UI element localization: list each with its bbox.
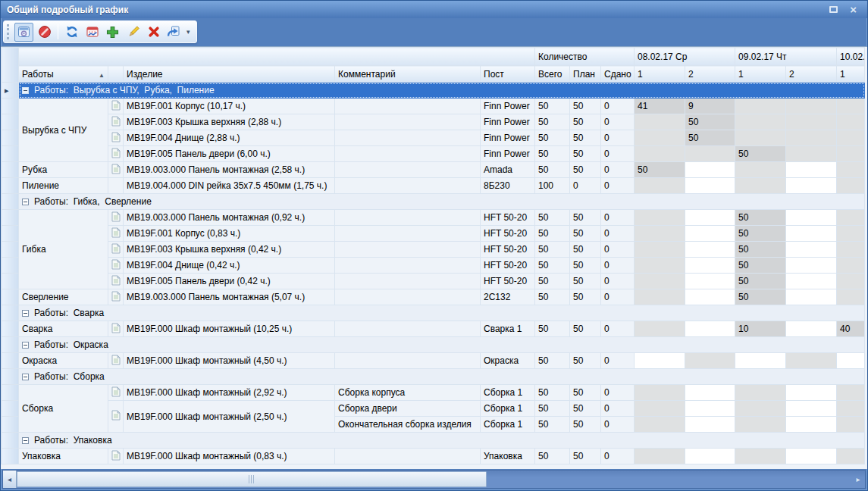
header-shift-0-1[interactable]: 1 (635, 66, 685, 83)
shift-cell[interactable] (635, 289, 685, 305)
shift-cell[interactable] (786, 99, 837, 114)
total-cell[interactable]: 50 (535, 162, 570, 178)
shift-cell[interactable] (837, 210, 865, 226)
header-shift-1-1[interactable]: 1 (735, 66, 786, 83)
product-icon-cell[interactable] (108, 321, 124, 337)
product-icon-cell[interactable] (108, 114, 124, 130)
done-cell[interactable]: 0 (601, 449, 635, 464)
plan-cell[interactable]: 50 (570, 242, 601, 258)
shift-cell[interactable] (635, 242, 685, 258)
edit-button[interactable] (124, 23, 143, 42)
post-cell[interactable]: 8Б230 (481, 178, 535, 194)
shift-cell[interactable] (786, 385, 837, 401)
data-row[interactable]: МВ19F.003 Крышка верхняя (2,88 ч.)Finn P… (2, 114, 865, 130)
row-indicator-cell[interactable] (2, 146, 19, 162)
total-cell[interactable]: 50 (535, 210, 570, 226)
plan-cell[interactable]: 50 (570, 130, 601, 146)
post-cell[interactable]: Окраска (481, 353, 535, 369)
shift-cell[interactable] (685, 321, 735, 337)
product-cell[interactable]: МВ19F.000 Шкаф монтажный (0,83 ч.) (124, 449, 335, 464)
shift-cell[interactable]: 50 (685, 130, 735, 146)
data-row[interactable]: ГибкаМВ19.003.000 Панель монтажная (0,92… (2, 210, 865, 226)
shift-cell[interactable] (837, 385, 865, 401)
product-cell[interactable]: МВ19F.005 Панель двери (6,00 ч.) (124, 146, 335, 162)
post-cell[interactable]: HFT 50-20 (481, 274, 535, 289)
done-cell[interactable]: 0 (601, 258, 635, 274)
shift-cell[interactable] (635, 258, 685, 274)
comment-cell[interactable] (335, 274, 481, 289)
schedule-button[interactable] (83, 23, 102, 42)
done-cell[interactable]: 0 (601, 210, 635, 226)
product-cell[interactable]: МВ19F.003 Крышка верхняя (0,42 ч.) (124, 242, 335, 258)
shift-cell[interactable] (837, 99, 865, 114)
shift-cell[interactable] (685, 162, 735, 178)
header-product[interactable]: Изделие (124, 66, 335, 83)
group-header-cell[interactable]: Работы: Сборка (19, 369, 865, 385)
shift-cell[interactable] (635, 210, 685, 226)
product-icon-cell[interactable] (108, 385, 124, 401)
header-quantity[interactable]: Количество (535, 48, 635, 66)
header-shift-2-1[interactable]: 1 (837, 66, 865, 83)
plan-cell[interactable]: 50 (570, 99, 601, 114)
shift-cell[interactable] (837, 130, 865, 146)
header-date-0[interactable]: 08.02.17 Ср (635, 48, 735, 66)
shift-cell[interactable] (735, 449, 786, 464)
data-row[interactable]: МВ19F.003 Крышка верхняя (0,42 ч.)HFT 50… (2, 242, 865, 258)
total-cell[interactable]: 50 (535, 274, 570, 289)
shift-cell[interactable] (837, 449, 865, 464)
shift-cell[interactable] (786, 258, 837, 274)
shift-cell[interactable] (786, 210, 837, 226)
done-cell[interactable]: 0 (601, 99, 635, 114)
shift-cell[interactable] (786, 417, 837, 433)
work-cell[interactable]: Вырубка с ЧПУ (19, 99, 108, 162)
data-row[interactable]: РубкаМВ19.003.000 Панель монтажная (2,58… (2, 162, 865, 178)
total-cell[interactable]: 50 (535, 417, 570, 433)
product-cell[interactable]: МВ19F.005 Панель двери (0,42 ч.) (124, 274, 335, 289)
total-cell[interactable]: 50 (535, 385, 570, 401)
shift-cell[interactable] (837, 401, 865, 417)
shift-cell[interactable]: 50 (735, 146, 786, 162)
done-cell[interactable]: 0 (601, 162, 635, 178)
comment-cell[interactable] (335, 353, 481, 369)
header-comment[interactable]: Комментарий (335, 66, 481, 83)
shift-cell[interactable] (735, 130, 786, 146)
comment-cell[interactable] (335, 321, 481, 337)
shift-cell[interactable]: 50 (735, 274, 786, 289)
total-cell[interactable]: 100 (535, 178, 570, 194)
row-indicator-cell[interactable] (2, 337, 19, 353)
collapse-icon[interactable] (22, 342, 29, 349)
shift-cell[interactable] (685, 258, 735, 274)
group-row[interactable]: Работы: Сборка (2, 369, 865, 385)
row-indicator-cell[interactable] (2, 162, 19, 178)
shift-cell[interactable] (685, 274, 735, 289)
data-row[interactable]: СверлениеМВ19.003.000 Панель монтажная (… (2, 289, 865, 305)
shift-cell[interactable] (837, 242, 865, 258)
product-icon-cell[interactable] (108, 274, 124, 289)
header-plan[interactable]: План (570, 66, 601, 83)
product-cell[interactable]: МВ19.003.000 Панель монтажная (0,92 ч.) (124, 210, 335, 226)
shift-cell[interactable]: 50 (635, 162, 685, 178)
product-icon-cell[interactable] (108, 162, 124, 178)
row-indicator-cell[interactable] (2, 226, 19, 242)
shift-cell[interactable]: 9 (685, 99, 735, 114)
shift-cell[interactable] (635, 130, 685, 146)
done-cell[interactable]: 0 (601, 242, 635, 258)
plan-cell[interactable]: 50 (570, 210, 601, 226)
row-indicator-cell[interactable] (2, 289, 19, 305)
header-shift-1-2[interactable]: 2 (786, 66, 837, 83)
shift-cell[interactable] (735, 162, 786, 178)
post-cell[interactable]: Сборка 1 (481, 401, 535, 417)
group-header-cell[interactable]: Работы: Гибка, Сверление (19, 194, 865, 210)
post-cell[interactable]: Сварка 1 (481, 321, 535, 337)
shift-cell[interactable] (685, 146, 735, 162)
shift-cell[interactable] (685, 353, 735, 369)
done-cell[interactable]: 0 (601, 130, 635, 146)
shift-cell[interactable] (635, 353, 685, 369)
shift-cell[interactable] (735, 385, 786, 401)
group-header-cell[interactable]: Работы: Окраска (19, 337, 865, 353)
row-indicator-cell[interactable] (2, 433, 19, 449)
comment-cell[interactable] (335, 178, 481, 194)
plan-cell[interactable]: 50 (570, 353, 601, 369)
plan-cell[interactable]: 50 (570, 449, 601, 464)
product-icon-cell[interactable] (108, 242, 124, 258)
